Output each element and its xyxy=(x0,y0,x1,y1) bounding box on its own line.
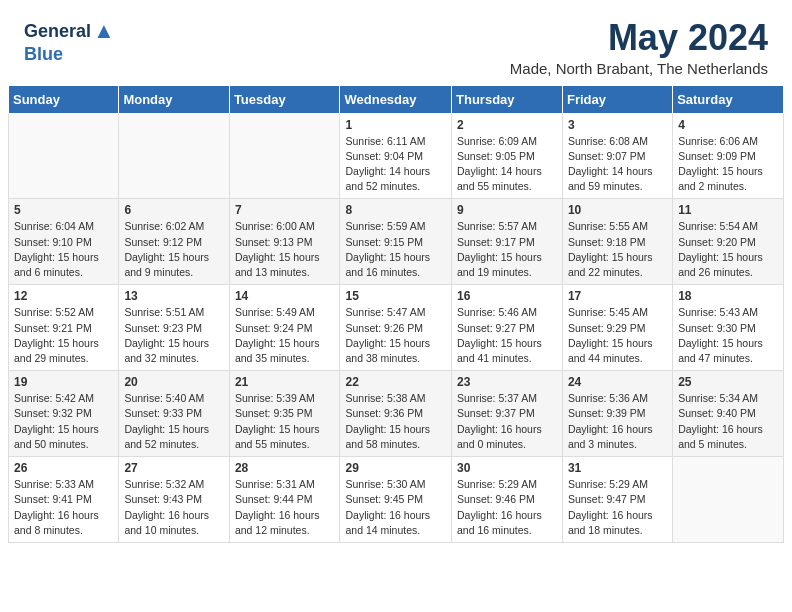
cell-content: Sunrise: 5:31 AM Sunset: 9:44 PM Dayligh… xyxy=(235,477,335,538)
calendar-cell: 4Sunrise: 6:06 AM Sunset: 9:09 PM Daylig… xyxy=(673,113,784,199)
calendar-cell: 23Sunrise: 5:37 AM Sunset: 9:37 PM Dayli… xyxy=(452,371,563,457)
calendar-cell: 14Sunrise: 5:49 AM Sunset: 9:24 PM Dayli… xyxy=(229,285,340,371)
day-number: 22 xyxy=(345,375,446,389)
day-number: 6 xyxy=(124,203,223,217)
cell-content: Sunrise: 5:33 AM Sunset: 9:41 PM Dayligh… xyxy=(14,477,113,538)
logo-bird-icon: ▲ xyxy=(93,18,115,44)
weekday-header-friday: Friday xyxy=(562,85,672,113)
calendar-cell: 13Sunrise: 5:51 AM Sunset: 9:23 PM Dayli… xyxy=(119,285,229,371)
cell-content: Sunrise: 5:52 AM Sunset: 9:21 PM Dayligh… xyxy=(14,305,113,366)
cell-content: Sunrise: 5:34 AM Sunset: 9:40 PM Dayligh… xyxy=(678,391,778,452)
cell-content: Sunrise: 6:04 AM Sunset: 9:10 PM Dayligh… xyxy=(14,219,113,280)
day-number: 12 xyxy=(14,289,113,303)
cell-content: Sunrise: 5:55 AM Sunset: 9:18 PM Dayligh… xyxy=(568,219,667,280)
weekday-header-saturday: Saturday xyxy=(673,85,784,113)
day-number: 7 xyxy=(235,203,335,217)
calendar-cell: 24Sunrise: 5:36 AM Sunset: 9:39 PM Dayli… xyxy=(562,371,672,457)
cell-content: Sunrise: 5:49 AM Sunset: 9:24 PM Dayligh… xyxy=(235,305,335,366)
calendar-cell: 29Sunrise: 5:30 AM Sunset: 9:45 PM Dayli… xyxy=(340,457,452,543)
cell-content: Sunrise: 5:51 AM Sunset: 9:23 PM Dayligh… xyxy=(124,305,223,366)
cell-content: Sunrise: 6:08 AM Sunset: 9:07 PM Dayligh… xyxy=(568,134,667,195)
day-number: 29 xyxy=(345,461,446,475)
cell-content: Sunrise: 5:30 AM Sunset: 9:45 PM Dayligh… xyxy=(345,477,446,538)
day-number: 17 xyxy=(568,289,667,303)
cell-content: Sunrise: 5:29 AM Sunset: 9:47 PM Dayligh… xyxy=(568,477,667,538)
cell-content: Sunrise: 5:32 AM Sunset: 9:43 PM Dayligh… xyxy=(124,477,223,538)
cell-content: Sunrise: 5:36 AM Sunset: 9:39 PM Dayligh… xyxy=(568,391,667,452)
day-number: 10 xyxy=(568,203,667,217)
cell-content: Sunrise: 5:40 AM Sunset: 9:33 PM Dayligh… xyxy=(124,391,223,452)
weekday-header-thursday: Thursday xyxy=(452,85,563,113)
calendar-week-row: 19Sunrise: 5:42 AM Sunset: 9:32 PM Dayli… xyxy=(9,371,784,457)
logo-blue-text: Blue xyxy=(24,44,63,65)
calendar-week-row: 5Sunrise: 6:04 AM Sunset: 9:10 PM Daylig… xyxy=(9,199,784,285)
cell-content: Sunrise: 6:02 AM Sunset: 9:12 PM Dayligh… xyxy=(124,219,223,280)
calendar-cell: 15Sunrise: 5:47 AM Sunset: 9:26 PM Dayli… xyxy=(340,285,452,371)
calendar-cell: 28Sunrise: 5:31 AM Sunset: 9:44 PM Dayli… xyxy=(229,457,340,543)
calendar-cell: 3Sunrise: 6:08 AM Sunset: 9:07 PM Daylig… xyxy=(562,113,672,199)
calendar-cell xyxy=(9,113,119,199)
calendar-cell: 1Sunrise: 6:11 AM Sunset: 9:04 PM Daylig… xyxy=(340,113,452,199)
day-number: 15 xyxy=(345,289,446,303)
calendar-cell: 16Sunrise: 5:46 AM Sunset: 9:27 PM Dayli… xyxy=(452,285,563,371)
calendar-cell: 6Sunrise: 6:02 AM Sunset: 9:12 PM Daylig… xyxy=(119,199,229,285)
weekday-header-tuesday: Tuesday xyxy=(229,85,340,113)
logo-general-text: General xyxy=(24,21,91,42)
day-number: 21 xyxy=(235,375,335,389)
cell-content: Sunrise: 5:38 AM Sunset: 9:36 PM Dayligh… xyxy=(345,391,446,452)
cell-content: Sunrise: 6:11 AM Sunset: 9:04 PM Dayligh… xyxy=(345,134,446,195)
calendar-cell xyxy=(673,457,784,543)
day-number: 23 xyxy=(457,375,557,389)
day-number: 24 xyxy=(568,375,667,389)
calendar-cell xyxy=(119,113,229,199)
day-number: 31 xyxy=(568,461,667,475)
calendar-cell: 5Sunrise: 6:04 AM Sunset: 9:10 PM Daylig… xyxy=(9,199,119,285)
day-number: 14 xyxy=(235,289,335,303)
calendar-cell: 7Sunrise: 6:00 AM Sunset: 9:13 PM Daylig… xyxy=(229,199,340,285)
calendar-week-row: 1Sunrise: 6:11 AM Sunset: 9:04 PM Daylig… xyxy=(9,113,784,199)
cell-content: Sunrise: 6:06 AM Sunset: 9:09 PM Dayligh… xyxy=(678,134,778,195)
weekday-header-wednesday: Wednesday xyxy=(340,85,452,113)
calendar-cell: 10Sunrise: 5:55 AM Sunset: 9:18 PM Dayli… xyxy=(562,199,672,285)
location-subtitle: Made, North Brabant, The Netherlands xyxy=(510,60,768,77)
day-number: 1 xyxy=(345,118,446,132)
day-number: 4 xyxy=(678,118,778,132)
day-number: 13 xyxy=(124,289,223,303)
cell-content: Sunrise: 5:46 AM Sunset: 9:27 PM Dayligh… xyxy=(457,305,557,366)
calendar-cell: 8Sunrise: 5:59 AM Sunset: 9:15 PM Daylig… xyxy=(340,199,452,285)
cell-content: Sunrise: 5:37 AM Sunset: 9:37 PM Dayligh… xyxy=(457,391,557,452)
cell-content: Sunrise: 5:47 AM Sunset: 9:26 PM Dayligh… xyxy=(345,305,446,366)
calendar-cell xyxy=(229,113,340,199)
day-number: 28 xyxy=(235,461,335,475)
calendar-week-row: 26Sunrise: 5:33 AM Sunset: 9:41 PM Dayli… xyxy=(9,457,784,543)
title-block: May 2024 Made, North Brabant, The Nether… xyxy=(510,18,768,77)
weekday-header-row: SundayMondayTuesdayWednesdayThursdayFrid… xyxy=(9,85,784,113)
cell-content: Sunrise: 5:54 AM Sunset: 9:20 PM Dayligh… xyxy=(678,219,778,280)
calendar-cell: 18Sunrise: 5:43 AM Sunset: 9:30 PM Dayli… xyxy=(673,285,784,371)
weekday-header-sunday: Sunday xyxy=(9,85,119,113)
page-header: General ▲ Blue May 2024 Made, North Brab… xyxy=(0,0,792,85)
weekday-header-monday: Monday xyxy=(119,85,229,113)
day-number: 16 xyxy=(457,289,557,303)
cell-content: Sunrise: 5:57 AM Sunset: 9:17 PM Dayligh… xyxy=(457,219,557,280)
day-number: 26 xyxy=(14,461,113,475)
cell-content: Sunrise: 5:59 AM Sunset: 9:15 PM Dayligh… xyxy=(345,219,446,280)
day-number: 5 xyxy=(14,203,113,217)
day-number: 18 xyxy=(678,289,778,303)
day-number: 30 xyxy=(457,461,557,475)
day-number: 19 xyxy=(14,375,113,389)
day-number: 9 xyxy=(457,203,557,217)
day-number: 20 xyxy=(124,375,223,389)
month-year-title: May 2024 xyxy=(510,18,768,58)
calendar-cell: 31Sunrise: 5:29 AM Sunset: 9:47 PM Dayli… xyxy=(562,457,672,543)
day-number: 3 xyxy=(568,118,667,132)
calendar-cell: 12Sunrise: 5:52 AM Sunset: 9:21 PM Dayli… xyxy=(9,285,119,371)
day-number: 27 xyxy=(124,461,223,475)
calendar-week-row: 12Sunrise: 5:52 AM Sunset: 9:21 PM Dayli… xyxy=(9,285,784,371)
cell-content: Sunrise: 5:29 AM Sunset: 9:46 PM Dayligh… xyxy=(457,477,557,538)
calendar-cell: 20Sunrise: 5:40 AM Sunset: 9:33 PM Dayli… xyxy=(119,371,229,457)
day-number: 25 xyxy=(678,375,778,389)
cell-content: Sunrise: 5:42 AM Sunset: 9:32 PM Dayligh… xyxy=(14,391,113,452)
calendar-cell: 19Sunrise: 5:42 AM Sunset: 9:32 PM Dayli… xyxy=(9,371,119,457)
calendar-cell: 27Sunrise: 5:32 AM Sunset: 9:43 PM Dayli… xyxy=(119,457,229,543)
